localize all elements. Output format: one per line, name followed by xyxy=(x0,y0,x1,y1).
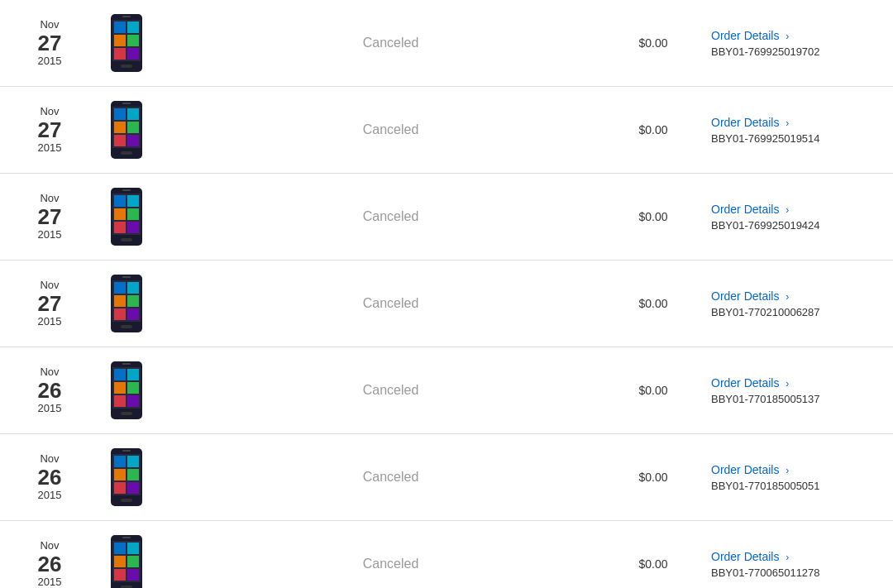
svg-rect-65 xyxy=(127,556,139,567)
svg-rect-38 xyxy=(122,276,131,278)
order-date: Nov 26 2015 xyxy=(17,452,83,502)
order-date: Nov 27 2015 xyxy=(17,279,83,328)
order-product-image xyxy=(99,361,153,420)
order-price: $0.00 xyxy=(612,471,695,484)
svg-rect-46 xyxy=(114,395,126,407)
order-price: $0.00 xyxy=(612,297,695,310)
order-month: Nov xyxy=(17,452,83,466)
order-details-link[interactable]: Order Details › xyxy=(711,116,876,129)
svg-rect-32 xyxy=(114,282,126,294)
chevron-icon: › xyxy=(786,552,789,563)
svg-rect-63 xyxy=(127,543,139,554)
order-price: $0.00 xyxy=(612,123,695,136)
order-details-link[interactable]: Order Details › xyxy=(711,289,876,303)
order-list: Nov 27 2015 Canceled $0.00 xyxy=(0,0,893,588)
order-number: BBY01-770185005051 xyxy=(711,480,876,492)
table-row: Nov 27 2015 Canceled $0.00 xyxy=(0,174,893,261)
table-row: Nov 27 2015 Canceled $0.00 xyxy=(0,0,893,87)
svg-rect-49 xyxy=(121,412,132,415)
order-status: Canceled xyxy=(170,122,612,137)
svg-rect-9 xyxy=(121,65,132,68)
chevron-icon: › xyxy=(786,204,789,216)
svg-rect-6 xyxy=(114,48,126,60)
order-product-image xyxy=(99,100,153,160)
svg-rect-47 xyxy=(127,395,139,407)
svg-rect-24 xyxy=(114,208,126,220)
order-month: Nov xyxy=(17,279,83,292)
order-details-link[interactable]: Order Details › xyxy=(711,550,876,563)
order-number: BBY01-769925019424 xyxy=(711,219,876,232)
order-details-section: Order Details › BBY01-769925019702 xyxy=(695,29,876,58)
svg-rect-23 xyxy=(127,195,139,207)
svg-rect-54 xyxy=(114,469,126,480)
svg-rect-29 xyxy=(121,238,132,241)
order-date: Nov 27 2015 xyxy=(17,18,83,68)
svg-rect-15 xyxy=(127,122,139,133)
svg-rect-5 xyxy=(127,35,139,46)
order-details-link[interactable]: Order Details › xyxy=(711,463,876,476)
order-year: 2015 xyxy=(17,402,83,415)
order-price: $0.00 xyxy=(612,557,695,571)
order-number: BBY01-770065011278 xyxy=(711,566,876,579)
order-details-section: Order Details › BBY01-770210006287 xyxy=(695,289,876,318)
order-number: BBY01-770185005137 xyxy=(711,393,876,405)
svg-rect-2 xyxy=(114,22,126,33)
svg-rect-67 xyxy=(127,569,139,581)
order-details-link[interactable]: Order Details › xyxy=(711,203,876,216)
order-day: 27 xyxy=(17,205,83,229)
order-status: Canceled xyxy=(170,36,612,50)
svg-rect-7 xyxy=(127,48,139,60)
svg-rect-48 xyxy=(122,363,131,365)
order-price: $0.00 xyxy=(612,210,695,223)
order-day: 26 xyxy=(17,552,83,576)
order-status: Canceled xyxy=(170,209,612,224)
svg-rect-57 xyxy=(127,482,139,494)
order-date: Nov 27 2015 xyxy=(17,192,83,241)
order-day: 27 xyxy=(17,118,83,142)
svg-rect-4 xyxy=(114,35,126,46)
chevron-icon: › xyxy=(786,31,789,42)
svg-rect-39 xyxy=(121,325,132,328)
svg-rect-12 xyxy=(114,108,126,120)
svg-rect-45 xyxy=(127,382,139,394)
order-details-section: Order Details › BBY01-770185005051 xyxy=(695,463,876,492)
order-number: BBY01-769925019702 xyxy=(711,45,876,58)
svg-rect-62 xyxy=(114,543,126,554)
order-year: 2015 xyxy=(17,55,83,68)
chevron-icon: › xyxy=(786,378,789,390)
order-status: Canceled xyxy=(170,470,612,485)
svg-rect-68 xyxy=(122,537,131,538)
svg-rect-37 xyxy=(127,308,139,320)
order-date: Nov 27 2015 xyxy=(17,105,83,155)
svg-rect-28 xyxy=(122,189,131,191)
svg-rect-19 xyxy=(121,151,132,155)
svg-rect-13 xyxy=(127,108,139,120)
svg-rect-35 xyxy=(127,295,139,307)
svg-rect-53 xyxy=(127,456,139,467)
svg-rect-33 xyxy=(127,282,139,294)
order-month: Nov xyxy=(17,18,83,31)
svg-rect-17 xyxy=(127,135,139,146)
order-day: 27 xyxy=(17,292,83,316)
svg-rect-64 xyxy=(114,556,126,567)
order-product-image xyxy=(99,447,153,507)
chevron-icon: › xyxy=(786,465,789,476)
table-row: Nov 27 2015 Canceled $0.00 xyxy=(0,87,893,174)
svg-rect-34 xyxy=(114,295,126,307)
svg-rect-26 xyxy=(114,222,126,233)
order-year: 2015 xyxy=(17,315,83,328)
order-product-image xyxy=(99,13,153,73)
order-details-link[interactable]: Order Details › xyxy=(711,29,876,42)
svg-rect-25 xyxy=(127,208,139,220)
svg-rect-55 xyxy=(127,469,139,480)
order-date: Nov 26 2015 xyxy=(17,539,83,588)
order-month: Nov xyxy=(17,192,83,205)
order-details-link[interactable]: Order Details › xyxy=(711,376,876,390)
order-details-section: Order Details › BBY01-770065011278 xyxy=(695,550,876,579)
order-month: Nov xyxy=(17,105,83,118)
svg-rect-3 xyxy=(127,22,139,33)
order-year: 2015 xyxy=(17,141,83,155)
table-row: Nov 26 2015 Canceled $0.00 xyxy=(0,347,893,434)
svg-rect-42 xyxy=(114,369,126,380)
svg-rect-59 xyxy=(121,499,132,502)
